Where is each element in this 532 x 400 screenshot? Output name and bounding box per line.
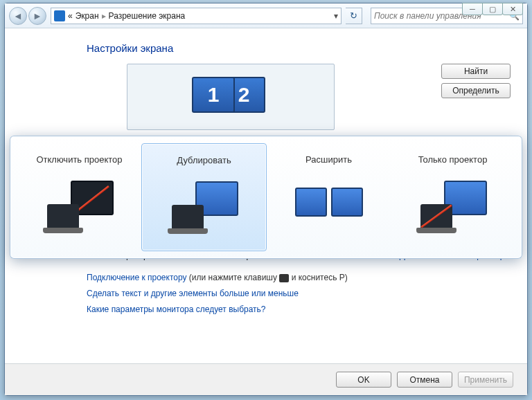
chevron-right-icon: ▸	[102, 11, 106, 21]
breadcrumb-bar[interactable]: « Экран ▸ Разрешение экрана ▾	[51, 8, 342, 24]
disconnect-projector-icon	[42, 178, 118, 233]
connect-note-post: и коснитесь P)	[292, 273, 348, 282]
connect-projector-link[interactable]: Подключение к проектору	[87, 273, 187, 282]
windows-key-icon	[279, 274, 289, 282]
extend-icon	[291, 178, 367, 233]
refresh-button[interactable]: ↻	[346, 8, 362, 24]
proj-option-disconnect[interactable]: Отключить проектор	[17, 143, 141, 251]
window-controls: ─ ▢ ✕	[463, 3, 523, 15]
proj-label: Только проектор	[418, 147, 488, 171]
monitors-glyph: 2 1	[192, 73, 269, 121]
proj-label: Расширить	[305, 147, 352, 171]
breadcrumb-item[interactable]: Экран	[76, 11, 99, 21]
chevron-down-icon[interactable]: ▾	[334, 11, 338, 21]
projector-only-icon	[415, 178, 491, 233]
breadcrumb-prefix: «	[68, 11, 73, 21]
ok-button[interactable]: OK	[336, 372, 391, 388]
page-title: Настройки экрана	[87, 42, 511, 54]
proj-option-projector-only[interactable]: Только проектор	[391, 143, 515, 251]
control-panel-icon	[54, 10, 65, 21]
resize-text-link[interactable]: Сделать текст и другие элементы больше и…	[87, 289, 299, 298]
monitor-preview[interactable]: 2 1	[127, 64, 335, 130]
proj-option-duplicate[interactable]: Дублировать	[141, 143, 267, 251]
proj-label: Дублировать	[177, 148, 231, 172]
identify-button[interactable]: Определить	[441, 83, 511, 98]
minimize-button[interactable]: ─	[462, 3, 483, 15]
find-button[interactable]: Найти	[441, 64, 511, 79]
proj-label: Отключить проектор	[36, 147, 122, 171]
duplicate-icon	[166, 179, 242, 234]
projector-mode-overlay: Отключить проектор Дублировать Расширить…	[10, 136, 522, 259]
monitor-1[interactable]: 1	[192, 77, 235, 113]
dialog-button-bar: OK Отмена Применить	[5, 363, 527, 395]
which-settings-link[interactable]: Какие параметры монитора следует выбрать…	[87, 304, 266, 314]
nav-back-button[interactable]: ◄	[9, 7, 27, 25]
proj-option-extend[interactable]: Расширить	[267, 143, 391, 251]
breadcrumb-item[interactable]: Разрешение экрана	[109, 11, 186, 21]
connect-note-pre: (или нажмите клавишу	[189, 273, 280, 282]
nav-forward-button[interactable]: ►	[28, 7, 46, 25]
close-button[interactable]: ✕	[502, 3, 523, 15]
apply-button[interactable]: Применить	[458, 372, 513, 388]
cancel-button[interactable]: Отмена	[397, 372, 452, 388]
maximize-button[interactable]: ▢	[482, 3, 503, 15]
navbar: ◄ ► « Экран ▸ Разрешение экрана ▾ ↻ 🔍	[5, 3, 527, 28]
